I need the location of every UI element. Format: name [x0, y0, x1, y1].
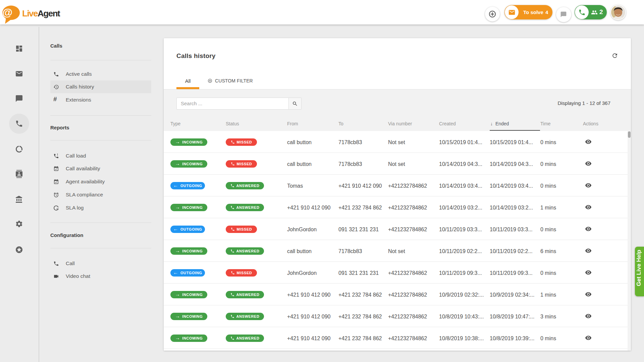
svg-text:@: @ [2, 7, 12, 18]
